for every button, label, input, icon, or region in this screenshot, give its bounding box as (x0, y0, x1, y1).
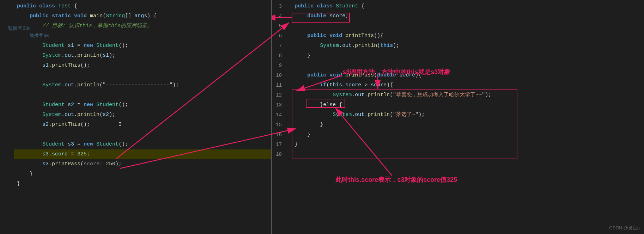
right-gutter-17 (285, 138, 292, 148)
right-line-num-17: 17 (272, 140, 282, 149)
right-line-num-6: 6 (272, 31, 282, 41)
right-line-num-11: 11 (272, 80, 282, 90)
right-line-num-13: 13 (272, 100, 282, 110)
left-code-line-15: Student s3 = new Student(); (14, 140, 271, 149)
left-code-line-1: public class Test { (14, 1, 271, 11)
right-code-line-10: public void printPass(double score){ (292, 70, 644, 80)
right-gutter-7 (285, 39, 292, 49)
left-code-line-9: System.out.println("--------------------… (14, 80, 271, 90)
left-code-line-10 (14, 90, 271, 100)
left-code-line-14 (14, 130, 271, 140)
right-line-num-18: 18 (272, 149, 282, 159)
right-line-num-5: 5 (272, 21, 282, 31)
right-line-num-16: 16 (272, 130, 282, 140)
right-line-numbers: 3456789101112131415161718 (272, 0, 285, 234)
right-line-num-3: 3 (272, 1, 282, 11)
right-gutter-13 (285, 99, 292, 109)
left-code-line-6: System.out.println(s1); (14, 51, 271, 61)
right-gutter-16 (285, 128, 292, 138)
right-code-line-12: System.out.println("恭喜您，您成功考入了哈佛大学了~~"); (292, 90, 644, 100)
right-code-content: public class Student { double score; pub… (292, 0, 644, 234)
left-panel: public class Test { public static void m… (0, 0, 271, 234)
editor-container: public class Test { public static void m… (0, 0, 644, 234)
left-code-line-19: } (14, 179, 271, 189)
right-code-line-15: } (292, 120, 644, 130)
right-gutter-11 (285, 79, 292, 89)
right-gutter-6 (285, 30, 292, 39)
right-code-line-11: if(this.score > score){ (292, 80, 644, 90)
left-code-line-16: s3.score = 325; (14, 149, 271, 159)
right-code-line-16: } (292, 130, 644, 140)
left-code-line-2: public static void main(String[] args) { (14, 11, 271, 21)
right-code-line-4: double score; (292, 11, 644, 21)
right-line-num-10: 10 (272, 70, 282, 80)
right-line-num-15: 15 (272, 120, 282, 130)
right-line-num-14: 14 (272, 110, 282, 120)
left-code-line-11: Student s2 = new Student(); (14, 100, 271, 110)
right-gutter-14 (285, 109, 292, 118)
left-code-line-8 (14, 70, 271, 80)
right-line-num-7: 7 (272, 41, 282, 51)
right-code-line-14: System.out.println("落选了~"); (292, 110, 644, 120)
right-gutter-8 (285, 49, 292, 59)
right-panel: 3456789101112131415161718 public class S… (272, 0, 644, 234)
right-gutter-10 (285, 69, 292, 79)
left-code-line-3: // 目标: 认识this，掌握this的应用场景。 (14, 21, 271, 31)
right-gutter-12 (285, 89, 292, 99)
right-line-num-12: 12 (272, 90, 282, 100)
right-code-line-13: }else { (292, 100, 644, 110)
left-code-line-12: System.out.println(s2); (14, 110, 271, 120)
right-code-line-9 (292, 61, 644, 70)
right-gutter-18 (285, 148, 292, 158)
left-code-line-5: Student s1 = new Student(); (14, 41, 271, 51)
left-code-line-17: s3.printPass(score: 250); (14, 159, 271, 169)
left-line-numbers (0, 0, 14, 234)
right-gutter-15 (285, 118, 292, 128)
right-code-line-5 (292, 21, 644, 31)
watermark-left: 智播客63c (8, 25, 31, 32)
csdn-watermark: CSDN @灵生a (609, 225, 640, 231)
right-line-num-4: 4 (272, 11, 282, 21)
right-gutter-3 (285, 0, 292, 10)
right-code-line-3: public class Student { (292, 1, 644, 11)
right-gutter-9 (285, 59, 292, 69)
left-code-line-18: } (14, 169, 271, 179)
right-code-line-17: } (292, 140, 644, 149)
left-code-line-13: s2.printThis(); I (14, 120, 271, 130)
left-code-line-7: s1.printThis(); (14, 61, 271, 70)
right-code-line-6: public void printThis(){ (292, 31, 644, 41)
right-line-num-9: 9 (272, 61, 282, 70)
right-line-num-8: 8 (272, 51, 282, 61)
right-gutter-4 (285, 10, 292, 20)
right-code-line-18 (292, 149, 644, 159)
left-code-line-4: 智播客63 (14, 31, 271, 41)
right-code-line-8: } (292, 51, 644, 61)
right-code-line-7: System.out.println(this); (292, 41, 644, 51)
right-gutter-5 (285, 20, 292, 30)
left-code-content: public class Test { public static void m… (14, 0, 271, 234)
right-gutter (285, 0, 292, 234)
